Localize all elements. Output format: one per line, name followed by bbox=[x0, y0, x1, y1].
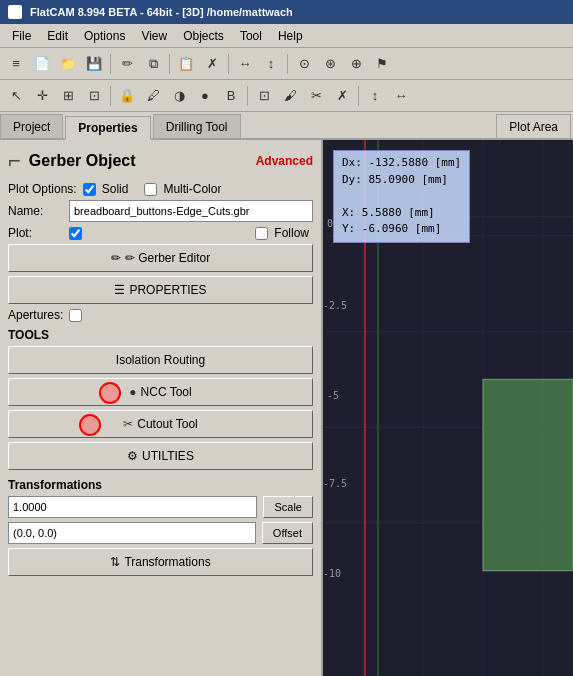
transformations-label: Transformations bbox=[8, 478, 313, 492]
toolbar-new-icon[interactable]: 📄 bbox=[30, 52, 54, 76]
follow-checkbox[interactable] bbox=[255, 227, 268, 240]
gerber-title: Gerber Object bbox=[29, 152, 136, 170]
toolbar2-crosshair-icon[interactable]: ✛ bbox=[30, 84, 54, 108]
toolbar2-flip-v-icon[interactable]: ↔ bbox=[389, 84, 413, 108]
menu-view[interactable]: View bbox=[133, 27, 175, 45]
toolbar-copy-icon[interactable]: ⧉ bbox=[141, 52, 165, 76]
dx-value: Dx: -132.5880 [mm] bbox=[342, 155, 461, 172]
toolbar-move-h-icon[interactable]: ↔ bbox=[233, 52, 257, 76]
ncc-tool-button[interactable]: ● NCC Tool bbox=[8, 378, 313, 406]
toolbar-save-icon[interactable]: 💾 bbox=[82, 52, 106, 76]
menu-tool[interactable]: Tool bbox=[232, 27, 270, 45]
blank-line bbox=[342, 188, 461, 205]
toolbar-circle-icon[interactable]: ⊙ bbox=[292, 52, 316, 76]
toolbar2-grid-icon[interactable]: ⊞ bbox=[56, 84, 80, 108]
toolbar2-scissors-icon[interactable]: ✂ bbox=[304, 84, 328, 108]
y-label-5: -5 bbox=[327, 390, 339, 401]
toolbar2-arrow-icon[interactable]: ↖ bbox=[4, 84, 28, 108]
scale-button[interactable]: Scale bbox=[263, 496, 313, 518]
y-label-75: -7.5 bbox=[323, 478, 347, 489]
sep4 bbox=[287, 54, 288, 74]
toolbar-menu-icon[interactable]: ≡ bbox=[4, 52, 28, 76]
scissors-icon: ✂ bbox=[123, 417, 133, 431]
toolbar2-rect-icon[interactable]: ⊡ bbox=[252, 84, 276, 108]
menu-edit[interactable]: Edit bbox=[39, 27, 76, 45]
toolbar-open-icon[interactable]: 📁 bbox=[56, 52, 80, 76]
toolbar-move-v-icon[interactable]: ↕ bbox=[259, 52, 283, 76]
advanced-button[interactable]: Advanced bbox=[256, 154, 313, 168]
name-input[interactable] bbox=[69, 200, 313, 222]
properties-icon: ☰ bbox=[114, 283, 125, 297]
tools-section: TOOLS Isolation Routing ● NCC Tool ✂ Cut… bbox=[8, 328, 313, 470]
toolbar2-half-circle-icon[interactable]: ◑ bbox=[167, 84, 191, 108]
tab-drilling-tool[interactable]: Drilling Tool bbox=[153, 114, 241, 138]
cutout-highlight bbox=[79, 414, 101, 436]
utilities-button[interactable]: ⚙ UTILTIES bbox=[8, 442, 313, 470]
x-value: X: 5.5880 [mm] bbox=[342, 205, 461, 222]
left-panel: ⌐ Gerber Object Advanced Plot Options: S… bbox=[0, 140, 323, 676]
gerber-editor-button[interactable]: ✏ ✏ Gerber Editor bbox=[8, 244, 313, 272]
toolbar2-cross-icon[interactable]: ✗ bbox=[330, 84, 354, 108]
solid-label: Solid bbox=[102, 182, 129, 196]
tabs-row: Project Properties Drilling Tool Plot Ar… bbox=[0, 112, 573, 140]
name-label: Name: bbox=[8, 204, 63, 218]
toolbar2-flip-h-icon[interactable]: ↕ bbox=[363, 84, 387, 108]
ncc-highlight bbox=[99, 382, 121, 404]
properties-button[interactable]: ☰ PROPERTIES bbox=[8, 276, 313, 304]
sep6 bbox=[247, 86, 248, 106]
sep1 bbox=[110, 54, 111, 74]
tab-project[interactable]: Project bbox=[0, 114, 63, 138]
titlebar-text: FlatCAM 8.994 BETA - 64bit - [3D] /home/… bbox=[30, 6, 293, 18]
sep2 bbox=[169, 54, 170, 74]
y-label-10: -10 bbox=[323, 568, 341, 579]
isolation-routing-button[interactable]: Isolation Routing bbox=[8, 346, 313, 374]
offset-input[interactable] bbox=[8, 522, 256, 544]
toolbar-doc-icon[interactable]: 📋 bbox=[174, 52, 198, 76]
y-value: Y: -6.0960 [mm] bbox=[342, 221, 461, 238]
titlebar: FlatCAM 8.994 BETA - 64bit - [3D] /home/… bbox=[0, 0, 573, 24]
svg-rect-12 bbox=[483, 379, 573, 570]
toolbar1: ≡ 📄 📁 💾 ✏ ⧉ 📋 ✗ ↔ ↕ ⊙ ⊛ ⊕ ⚑ bbox=[0, 48, 573, 80]
sep5 bbox=[110, 86, 111, 106]
menu-file[interactable]: File bbox=[4, 27, 39, 45]
offset-row: Offset bbox=[8, 522, 313, 544]
toolbar-locate-icon[interactable]: ⊕ bbox=[344, 52, 368, 76]
tools-label: TOOLS bbox=[8, 328, 313, 342]
plot-checkbox[interactable] bbox=[69, 227, 82, 240]
toolbar2-paint-icon[interactable]: 🖌 bbox=[278, 84, 302, 108]
toolbar-edit-icon[interactable]: ✏ bbox=[115, 52, 139, 76]
menu-options[interactable]: Options bbox=[76, 27, 133, 45]
transformations-button[interactable]: ⇅ Transformations bbox=[8, 548, 313, 576]
toolbar2-lock-icon[interactable]: 🔒 bbox=[115, 84, 139, 108]
toolbar2-pen-icon[interactable]: 🖊 bbox=[141, 84, 165, 108]
apertures-checkbox[interactable] bbox=[69, 309, 82, 322]
menu-objects[interactable]: Objects bbox=[175, 27, 232, 45]
offset-button[interactable]: Offset bbox=[262, 522, 313, 544]
toolbar2: ↖ ✛ ⊞ ⊡ 🔒 🖊 ◑ ● B ⊡ 🖌 ✂ ✗ ↕ ↔ bbox=[0, 80, 573, 112]
gerber-header: ⌐ Gerber Object Advanced bbox=[8, 148, 313, 174]
right-panel: Dx: -132.5880 [mm] Dy: 85.0900 [mm] X: 5… bbox=[323, 140, 573, 676]
y-label-0: 0 bbox=[327, 218, 333, 229]
toolbar-delete-icon[interactable]: ✗ bbox=[200, 52, 224, 76]
gerber-object-icon: ⌐ bbox=[8, 148, 21, 174]
tab-properties[interactable]: Properties bbox=[65, 116, 150, 140]
toolbar2-snap-icon[interactable]: ⊡ bbox=[82, 84, 106, 108]
plot-row: Plot: Follow bbox=[8, 226, 313, 240]
scale-input[interactable] bbox=[8, 496, 257, 518]
cutout-tool-button[interactable]: ✂ Cutout Tool bbox=[8, 410, 313, 438]
menu-help[interactable]: Help bbox=[270, 27, 311, 45]
app-icon bbox=[8, 5, 22, 19]
sep3 bbox=[228, 54, 229, 74]
toolbar2-bold-icon[interactable]: B bbox=[219, 84, 243, 108]
scale-row: Scale bbox=[8, 496, 313, 518]
solid-checkbox[interactable] bbox=[83, 183, 96, 196]
sep7 bbox=[358, 86, 359, 106]
multicolor-checkbox[interactable] bbox=[144, 183, 157, 196]
main-layout: ⌐ Gerber Object Advanced Plot Options: S… bbox=[0, 140, 573, 676]
tab-plot-area[interactable]: Plot Area bbox=[496, 114, 571, 138]
toolbar-target-icon[interactable]: ⊛ bbox=[318, 52, 342, 76]
menubar: File Edit Options View Objects Tool Help bbox=[0, 24, 573, 48]
toolbar2-circle-icon[interactable]: ● bbox=[193, 84, 217, 108]
toolbar-flag-icon[interactable]: ⚑ bbox=[370, 52, 394, 76]
gear-icon: ⚙ bbox=[127, 449, 138, 463]
